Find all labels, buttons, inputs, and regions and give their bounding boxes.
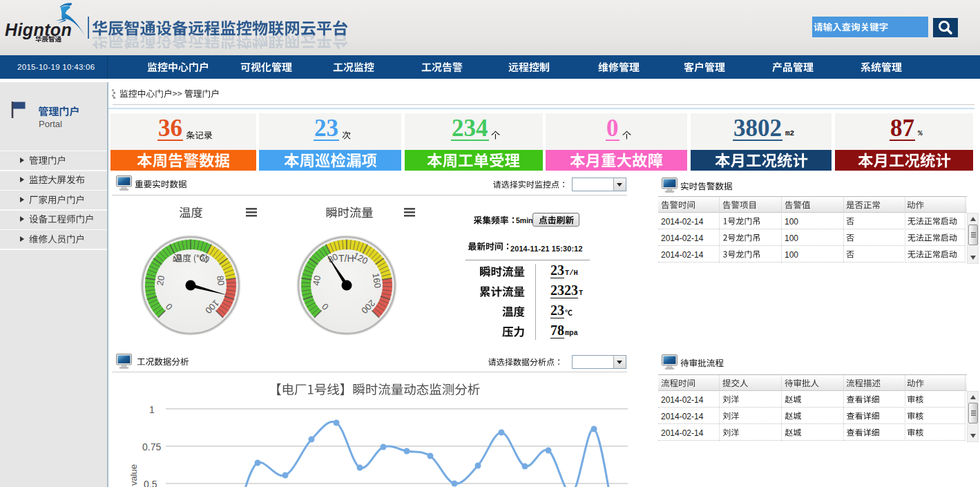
svg-text:20: 20	[155, 275, 166, 287]
svg-text:80: 80	[215, 275, 227, 287]
svg-text:40: 40	[311, 275, 323, 287]
